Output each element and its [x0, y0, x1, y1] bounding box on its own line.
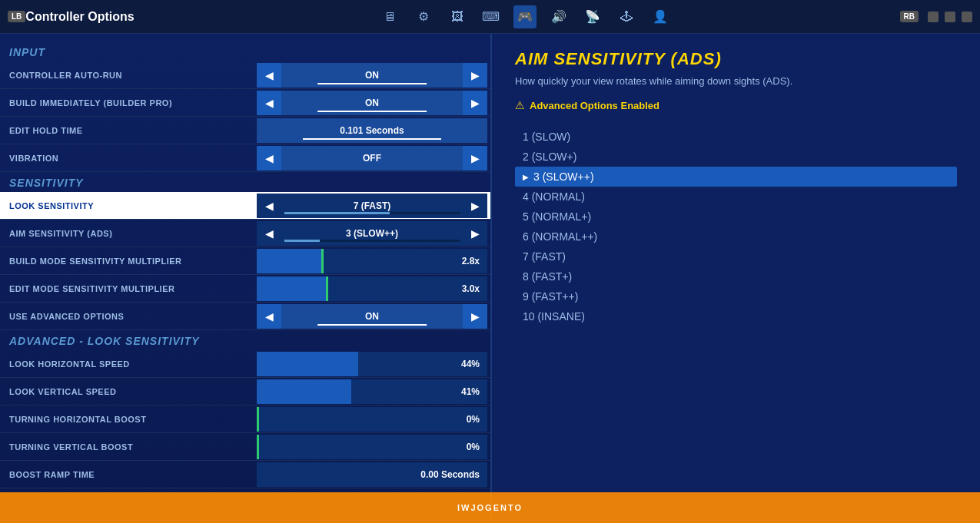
vibration-label: VIBRATION	[3, 154, 257, 163]
build-immediately-value-display: ON	[281, 91, 463, 115]
build-mode-multiplier-control[interactable]: 2.8x	[257, 249, 487, 273]
aim-sensitivity-left[interactable]: ◀	[257, 221, 281, 246]
sensitivity-item-2[interactable]: 2 (SLOW+)	[515, 147, 957, 167]
gamepad-nav-icon[interactable]: 🕹	[615, 5, 638, 28]
gear-nav-icon[interactable]: ⚙	[412, 5, 435, 28]
edit-mode-multiplier-row: EDIT MODE SENSITIVITY MULTIPLIER 3.0x	[0, 275, 490, 303]
minimize-button[interactable]	[928, 12, 938, 22]
display-nav-icon[interactable]: 🖼	[446, 5, 469, 28]
use-advanced-options-control: ◀ ON ▶	[257, 304, 487, 329]
controller-auto-run-label: CONTROLLER AUTO-RUN	[3, 71, 257, 80]
turning-vertical-boost-row: TURNING VERTICAL BOOST 0%	[0, 433, 490, 461]
sensitivity-item-9[interactable]: 9 (FAST++)	[515, 286, 957, 306]
app-title: Controller Options	[25, 10, 134, 24]
boost-ramp-time-value: 0.00 Seconds	[420, 469, 480, 480]
aim-sensitivity-right[interactable]: ▶	[463, 221, 487, 246]
edit-mode-multiplier-marker	[326, 276, 328, 301]
controller-auto-run-row: CONTROLLER AUTO-RUN ◀ ON ▶	[0, 61, 490, 89]
aim-sensitivity-fill	[284, 240, 320, 242]
vibration-right[interactable]: ▶	[463, 146, 487, 170]
vibration-value: OFF	[287, 154, 457, 163]
edit-hold-time-label: EDIT HOLD TIME	[3, 126, 257, 135]
controller-nav-icon[interactable]: 🎮	[513, 5, 537, 28]
look-sensitivity-left[interactable]: ◀	[257, 194, 281, 218]
sensitivity-list: 1 (SLOW) 2 (SLOW+) 3 (SLOW++) 4 (NORMAL)…	[515, 127, 957, 326]
aim-sensitivity-label: AIM SENSITIVITY (ADS)	[3, 229, 257, 238]
sensitivity-item-6[interactable]: 6 (NORMAL++)	[515, 227, 957, 247]
edit-mode-multiplier-fill	[257, 276, 326, 301]
look-vertical-speed-fill	[257, 379, 351, 404]
use-advanced-options-left[interactable]: ◀	[257, 304, 281, 329]
use-advanced-options-row: USE ADVANCED OPTIONS ◀ ON ▶	[0, 303, 490, 330]
use-advanced-options-label: USE ADVANCED OPTIONS	[3, 312, 257, 321]
look-horizontal-speed-fill	[257, 352, 358, 376]
boost-ramp-time-control[interactable]: 0.00 Seconds	[257, 462, 487, 487]
aim-sensitivity-value-display: 3 (SLOW++)	[281, 221, 463, 246]
turning-vertical-boost-control[interactable]: 0%	[257, 435, 487, 459]
network-nav-icon[interactable]: 📡	[581, 5, 604, 28]
audio-nav-icon[interactable]: 🔊	[547, 5, 570, 28]
sensitivity-item-1[interactable]: 1 (SLOW)	[515, 127, 957, 147]
right-panel: AIM SENSITIVITY (ADS) How quickly your v…	[492, 34, 980, 523]
vibration-row: VIBRATION ◀ OFF ▶	[0, 144, 490, 172]
boost-ramp-time-row: BOOST RAMP TIME 0.00 Seconds	[0, 461, 490, 488]
build-immediately-left[interactable]: ◀	[257, 91, 281, 115]
controller-auto-run-value: ON	[287, 71, 457, 80]
look-vertical-speed-control[interactable]: 41%	[257, 379, 487, 404]
edit-mode-multiplier-value: 3.0x	[462, 283, 480, 294]
keyboard-nav-icon[interactable]: ⌨	[480, 5, 503, 28]
maximize-button[interactable]	[945, 12, 955, 22]
look-horizontal-speed-row: LOOK HORIZONTAL SPEED 44%	[0, 350, 490, 378]
look-vertical-speed-value: 41%	[461, 386, 480, 397]
look-sensitivity-row: LOOK SENSITIVITY ◀ 7 (FAST) ▶	[0, 192, 490, 220]
turning-horizontal-boost-value: 0%	[467, 414, 480, 425]
build-immediately-row: BUILD IMMEDIATELY (BUILDER PRO) ◀ ON ▶	[0, 89, 490, 117]
advanced-look-section-title: ADVANCED - LOOK SENSITIVITY	[0, 330, 490, 350]
ads-title: AIM SENSITIVITY (ADS)	[515, 49, 957, 69]
sensitivity-item-7[interactable]: 7 (FAST)	[515, 247, 957, 266]
input-section-title: INPUT	[0, 41, 490, 61]
person-nav-icon[interactable]: 👤	[649, 5, 672, 28]
look-horizontal-speed-control[interactable]: 44%	[257, 352, 487, 376]
left-panel: INPUT CONTROLLER AUTO-RUN ◀ ON ▶ BUILD I…	[0, 34, 492, 523]
look-vertical-speed-label: LOOK VERTICAL SPEED	[3, 387, 257, 396]
build-immediately-underline	[317, 111, 427, 112]
look-horizontal-speed-label: LOOK HORIZONTAL SPEED	[3, 359, 257, 369]
sensitivity-item-10[interactable]: 10 (INSANE)	[515, 306, 957, 326]
edit-mode-multiplier-control[interactable]: 3.0x	[257, 276, 487, 301]
build-mode-multiplier-marker	[321, 249, 324, 273]
turning-horizontal-boost-control[interactable]: 0%	[257, 407, 487, 432]
look-sensitivity-fill	[284, 212, 390, 214]
sensitivity-item-8[interactable]: 8 (FAST+)	[515, 266, 957, 286]
use-advanced-options-value-display: ON	[281, 304, 463, 329]
look-vertical-speed-row: LOOK VERTICAL SPEED 41%	[0, 378, 490, 405]
monitor-nav-icon[interactable]: 🖥	[378, 5, 401, 28]
aim-sensitivity-row: AIM SENSITIVITY (ADS) ◀ 3 (SLOW++) ▶	[0, 220, 490, 247]
sensitivity-item-3[interactable]: 3 (SLOW++)	[515, 167, 957, 187]
edit-hold-time-value: 0.101 Seconds	[263, 126, 481, 135]
build-immediately-control: ◀ ON ▶	[257, 91, 487, 115]
look-sensitivity-label: LOOK SENSITIVITY	[3, 201, 257, 210]
use-advanced-options-underline	[317, 324, 427, 326]
controller-auto-run-right[interactable]: ▶	[463, 63, 487, 88]
sensitivity-item-4[interactable]: 4 (NORMAL)	[515, 187, 957, 207]
lb-badge[interactable]: LB	[8, 11, 25, 22]
use-advanced-options-right[interactable]: ▶	[463, 304, 487, 329]
controller-auto-run-value-display: ON	[281, 63, 463, 88]
look-sensitivity-value-display: 7 (FAST)	[281, 194, 463, 218]
close-button[interactable]	[962, 12, 972, 22]
bottom-bar: IWJOGENTO	[0, 492, 980, 523]
advanced-notice: ⚠ Advanced Options Enabled	[515, 99, 957, 111]
look-sensitivity-right[interactable]: ▶	[463, 194, 487, 218]
rb-badge[interactable]: RB	[900, 11, 919, 22]
look-sensitivity-value: 7 (FAST)	[287, 201, 457, 210]
aim-sensitivity-value: 3 (SLOW++)	[287, 229, 457, 238]
aim-sensitivity-control: ◀ 3 (SLOW++) ▶	[257, 221, 487, 246]
turning-horizontal-boost-label: TURNING HORIZONTAL BOOST	[3, 415, 257, 424]
sensitivity-item-5[interactable]: 5 (NORMAL+)	[515, 207, 957, 227]
vibration-left[interactable]: ◀	[257, 146, 281, 170]
edit-hold-time-value-display: 0.101 Seconds	[257, 118, 487, 143]
turning-vertical-boost-value: 0%	[467, 442, 480, 452]
build-immediately-right[interactable]: ▶	[463, 91, 487, 115]
controller-auto-run-left[interactable]: ◀	[257, 63, 281, 88]
